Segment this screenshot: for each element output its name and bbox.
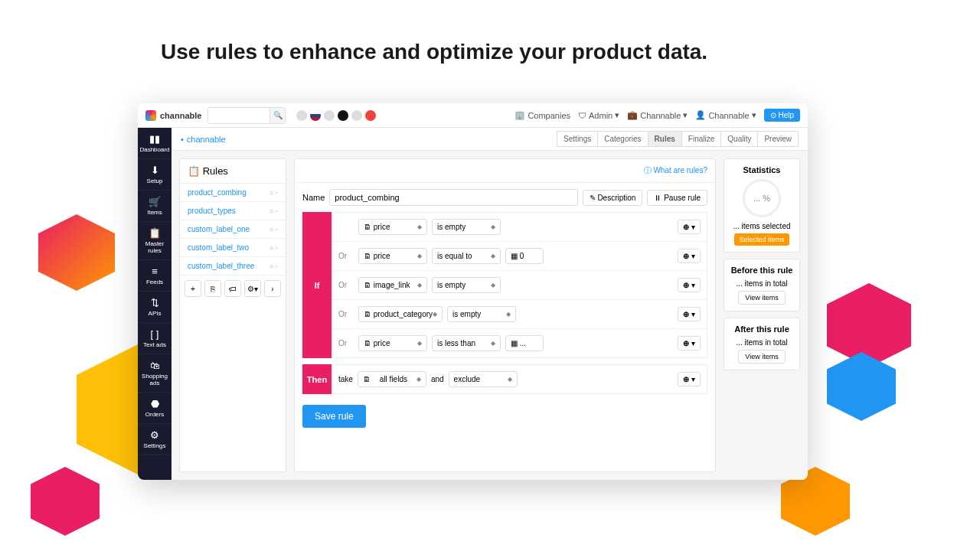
add-condition-button[interactable]: ⊕ ▾: [678, 336, 701, 350]
rule-list-item[interactable]: custom_label_three≡ ▫: [180, 257, 286, 276]
save-rule-button[interactable]: Save rule: [302, 405, 366, 428]
operator-select[interactable]: is empty◆: [432, 219, 501, 235]
value-input[interactable]: ▦ ...: [505, 335, 544, 351]
drag-handle-icon[interactable]: ≡ ▫: [270, 244, 278, 252]
then-field-select[interactable]: 🗎 all fields◆: [358, 371, 426, 387]
step-settings[interactable]: Settings: [557, 131, 598, 147]
stats-circle: ... %: [743, 179, 781, 217]
after-rule-card: After this rule ... items in total View …: [724, 318, 800, 370]
search-input[interactable]: [208, 108, 270, 123]
if-tag: If: [302, 212, 332, 358]
step-quality[interactable]: Quality: [720, 131, 758, 147]
field-select[interactable]: 🗎 price◆: [358, 335, 427, 351]
rule-list-item[interactable]: product_types≡ ▫: [180, 202, 286, 220]
operator-select[interactable]: is empty◆: [447, 306, 516, 322]
condition-row: Or🗎 image_link◆is empty◆⊕ ▾: [332, 271, 707, 300]
status-dot: [338, 110, 348, 121]
sidebar-item-orders[interactable]: ⬣Orders: [138, 393, 172, 424]
sidebar-item-setup[interactable]: ⬇Setup: [138, 159, 172, 191]
sidebar-icon: ⬇: [139, 165, 170, 176]
status-dot: [296, 110, 307, 121]
logo-icon: [145, 110, 156, 121]
copy-button[interactable]: ⎘: [204, 280, 221, 297]
field-select[interactable]: 🗎 image_link◆: [358, 277, 427, 293]
condition-row: Or🗎 price◆is equal to◆▦ 0⊕ ▾: [332, 242, 707, 271]
operator-select[interactable]: is equal to◆: [432, 248, 501, 264]
sidebar-item-apis[interactable]: ⇅APIs: [138, 292, 172, 323]
org-menu[interactable]: 💼 Channable ▾: [627, 110, 688, 120]
search-button[interactable]: 🔍: [270, 108, 285, 123]
decoration: [38, 214, 115, 291]
sidebar-item-settings[interactable]: ⚙Settings: [138, 424, 172, 455]
rule-list-item[interactable]: custom_label_one≡ ▫: [180, 220, 286, 239]
step-categories[interactable]: Categories: [597, 131, 648, 147]
step-preview[interactable]: Preview: [757, 131, 799, 147]
gear-button[interactable]: ⚙▾: [244, 280, 261, 297]
rule-editor: ⓘ What are rules? Name ✎ Description ⏸ P…: [294, 158, 716, 472]
value-input[interactable]: ▦ 0: [505, 248, 544, 264]
sidebar-icon: ⚙: [139, 429, 170, 441]
view-items-button[interactable]: View items: [738, 350, 785, 364]
companies-link[interactable]: 🏢 Companies: [514, 110, 570, 120]
sidebar-item-dashboard[interactable]: ▮▮Dashboard: [138, 128, 172, 159]
add-rule-button[interactable]: +: [185, 280, 201, 297]
search-box: 🔍: [207, 107, 286, 124]
decoration: [827, 283, 911, 367]
rules-toolbar: + ⎘ 🏷 ⚙▾ ›: [180, 276, 286, 302]
before-rule-card: Before this rule ... items in total View…: [724, 259, 800, 311]
stats-column: Statistics ... % ... items selected Sele…: [724, 158, 800, 472]
sidebar-icon: 📋: [139, 227, 170, 239]
field-select[interactable]: 🗎 price◆: [358, 219, 427, 235]
add-condition-button[interactable]: ⊕ ▾: [678, 278, 701, 292]
field-select[interactable]: 🗎 price◆: [358, 248, 427, 264]
add-action-button[interactable]: ⊕ ▾: [678, 372, 701, 386]
user-menu[interactable]: 👤 Channable ▾: [695, 110, 756, 120]
condition-row: Or🗎 price◆is less than◆▦ ...⊕ ▾: [332, 329, 707, 357]
add-condition-button[interactable]: ⊕ ▾: [678, 307, 701, 321]
selected-items-button[interactable]: Selected items: [734, 233, 789, 246]
statistics-card: Statistics ... % ... items selected Sele…: [724, 158, 800, 253]
then-row: take 🗎 all fields◆ and exclude◆ ⊕ ▾: [332, 365, 707, 393]
sidebar-item-items[interactable]: 🛒Items: [138, 191, 172, 222]
sidebar-icon: ≡: [139, 266, 170, 277]
name-label: Name: [302, 193, 325, 202]
operator-select[interactable]: is less than◆: [432, 335, 501, 351]
sidebar-item-text-ads[interactable]: [ ]Text ads: [138, 323, 172, 354]
field-select[interactable]: 🗎 product_category◆: [358, 306, 443, 322]
what-are-rules-link[interactable]: ⓘ What are rules?: [644, 165, 707, 176]
rule-list-item[interactable]: product_combing≡ ▫: [180, 184, 286, 202]
brand-logo[interactable]: channable: [145, 110, 201, 121]
add-condition-button[interactable]: ⊕ ▾: [678, 220, 701, 234]
topbar-right: 🏢 Companies 🛡 Admin ▾ 💼 Channable ▾ 👤 Ch…: [514, 109, 800, 122]
step-finalize[interactable]: Finalize: [681, 131, 721, 147]
sidebar-icon: 🛍: [139, 360, 170, 371]
admin-menu[interactable]: 🛡 Admin ▾: [578, 110, 619, 120]
next-button[interactable]: ›: [264, 280, 281, 297]
app-window: channable 🔍 🏢 Companies 🛡 Admin ▾ 💼 Chan…: [138, 103, 808, 480]
or-label: Or: [338, 252, 354, 260]
rule-name-input[interactable]: [329, 189, 577, 206]
step-rules[interactable]: Rules: [648, 131, 682, 147]
or-label: Or: [338, 281, 354, 289]
condition-row: 🗎 price◆is empty◆⊕ ▾: [332, 213, 707, 242]
brand-name: channable: [160, 111, 201, 120]
add-condition-button[interactable]: ⊕ ▾: [678, 249, 701, 263]
drag-handle-icon[interactable]: ≡ ▫: [270, 262, 278, 270]
rule-list-item[interactable]: custom_label_two≡ ▫: [180, 239, 286, 257]
drag-handle-icon[interactable]: ≡ ▫: [270, 189, 278, 197]
description-button[interactable]: ✎ Description: [583, 190, 643, 206]
view-items-button[interactable]: View items: [738, 291, 785, 305]
then-action-select[interactable]: exclude◆: [449, 371, 518, 387]
help-button[interactable]: ⊙ Help: [764, 109, 800, 122]
sidebar-item-shopping-ads[interactable]: 🛍Shopping ads: [138, 354, 172, 393]
tag-button[interactable]: 🏷: [224, 280, 241, 297]
wizard-steps: SettingsCategoriesRulesFinalizeQualityPr…: [557, 131, 799, 147]
decoration: [31, 467, 100, 536]
drag-handle-icon[interactable]: ≡ ▫: [270, 226, 278, 233]
operator-select[interactable]: is empty◆: [432, 277, 501, 293]
drag-handle-icon[interactable]: ≡ ▫: [270, 207, 278, 215]
breadcrumb[interactable]: channable: [187, 135, 226, 144]
sidebar-item-feeds[interactable]: ≡Feeds: [138, 260, 172, 292]
sidebar-item-master-rules[interactable]: 📋Master rules: [138, 222, 172, 260]
pause-rule-button[interactable]: ⏸ Pause rule: [647, 190, 707, 206]
